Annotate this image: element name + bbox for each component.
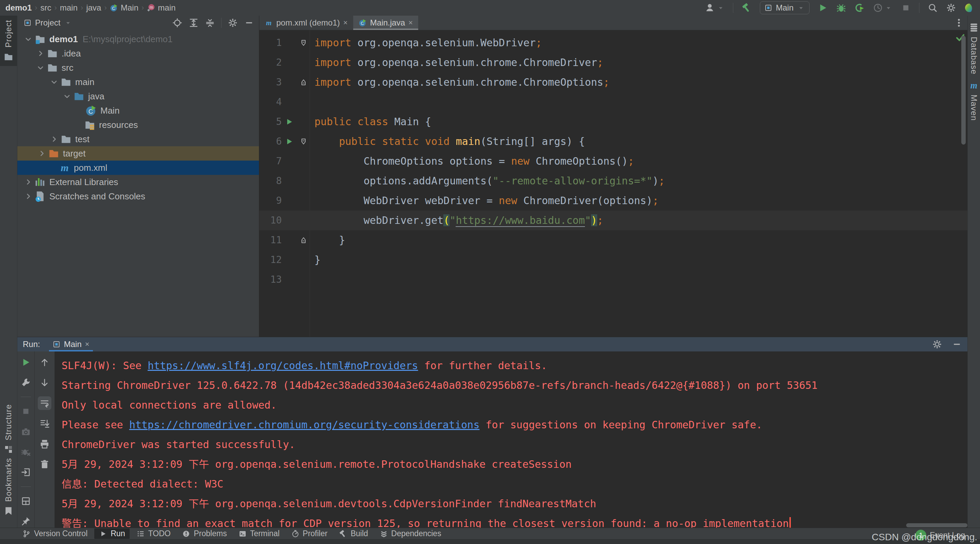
coverage-button-icon[interactable] bbox=[854, 3, 865, 13]
build-hammer-icon[interactable] bbox=[741, 3, 752, 13]
close-icon[interactable]: × bbox=[343, 18, 348, 27]
chevron-down-icon[interactable] bbox=[61, 91, 73, 102]
tree-item-resources[interactable]: resources bbox=[18, 118, 259, 132]
chevron-down-icon[interactable] bbox=[34, 63, 47, 73]
sidebar-item-bookmarks[interactable]: Bookmarks bbox=[0, 454, 17, 520]
run-gutter-icon[interactable] bbox=[285, 137, 293, 146]
code-line-10[interactable]: 10 webDriver.get("https://www.baidu.com"… bbox=[259, 211, 967, 230]
search-icon[interactable] bbox=[928, 3, 938, 13]
toolwindow-button-run[interactable]: Run bbox=[94, 528, 130, 539]
chevron-right-icon[interactable] bbox=[22, 191, 34, 201]
trash-button[interactable] bbox=[38, 458, 51, 471]
wrench-button[interactable] bbox=[19, 376, 33, 390]
code-line-8[interactable]: 8 options.addArguments("--remote-allow-o… bbox=[259, 171, 967, 191]
sidebar-item-project[interactable]: Project bbox=[0, 16, 17, 66]
rerun-button[interactable] bbox=[19, 356, 33, 369]
chevron-right-icon[interactable] bbox=[48, 134, 60, 144]
toolwindow-button-todo[interactable]: TODO bbox=[132, 528, 175, 539]
fold-marker-icon[interactable] bbox=[299, 39, 308, 47]
chevron-right-icon[interactable] bbox=[36, 148, 48, 159]
console-output[interactable]: SLF4J(W): See https://www.slf4j.org/code… bbox=[55, 352, 967, 528]
console-scrollbar[interactable] bbox=[906, 523, 967, 527]
fold-marker-icon[interactable] bbox=[299, 137, 308, 146]
project-panel-title[interactable]: Project bbox=[35, 18, 60, 27]
project-header-collapse-all-icon[interactable] bbox=[205, 18, 215, 28]
chevron-right-icon[interactable] bbox=[22, 177, 34, 187]
event-log-widget[interactable]: 1 Event Log bbox=[915, 530, 965, 541]
project-header-expand-all-icon[interactable] bbox=[189, 18, 199, 28]
user-menu[interactable] bbox=[705, 3, 725, 13]
code-line-3[interactable]: 3import org.openqa.selenium.chrome.Chrom… bbox=[259, 72, 967, 92]
run-gutter-icon[interactable] bbox=[285, 118, 293, 126]
sidebar-item-structure[interactable]: Structure bbox=[0, 400, 17, 459]
print-button[interactable] bbox=[38, 437, 51, 451]
run-tab-main[interactable]: Main × bbox=[49, 337, 93, 352]
code-line-4[interactable]: 4 bbox=[259, 92, 967, 112]
close-icon[interactable]: × bbox=[408, 18, 413, 27]
project-header-minimize-icon[interactable] bbox=[244, 18, 254, 28]
bugx-button[interactable] bbox=[19, 445, 33, 459]
code-line-13[interactable]: 13 bbox=[259, 270, 967, 289]
tree-item-main[interactable]: CMain bbox=[18, 103, 259, 118]
notification-badge[interactable]: 1 bbox=[915, 530, 926, 541]
tree-item-demo1[interactable]: demo1E:\mysqlproject\demo1 bbox=[18, 32, 259, 46]
breadcrumb-item-main[interactable]: main bbox=[60, 3, 78, 13]
code-line-1[interactable]: 1import org.openqa.selenium.WebDriver; bbox=[259, 33, 967, 53]
tree-item-src[interactable]: src bbox=[18, 60, 259, 75]
sidebar-item-database[interactable]: Database bbox=[968, 18, 980, 79]
breadcrumb-item-main[interactable]: CMain bbox=[110, 3, 138, 13]
sidebar-item-maven[interactable]: m Maven bbox=[968, 76, 980, 125]
code-editor[interactable]: 1import org.openqa.selenium.WebDriver;2i… bbox=[259, 30, 967, 337]
breadcrumb-item-java[interactable]: java bbox=[86, 3, 101, 13]
close-icon[interactable]: × bbox=[85, 340, 89, 349]
code-line-5[interactable]: 5public class Main { bbox=[259, 112, 967, 132]
grid-button[interactable] bbox=[19, 494, 33, 508]
chevron-down-icon[interactable] bbox=[48, 77, 60, 87]
toolwindow-button-problems[interactable]: Problems bbox=[177, 528, 231, 539]
tree-item-target[interactable]: target bbox=[18, 146, 259, 161]
scroll-end-button[interactable] bbox=[38, 417, 51, 430]
stop-button[interactable] bbox=[19, 404, 33, 418]
down-button[interactable] bbox=[38, 376, 51, 390]
ide-sphere-icon[interactable] bbox=[964, 3, 975, 13]
toolwindow-button-dependencies[interactable]: Dependencies bbox=[375, 528, 446, 539]
profiler-menu[interactable] bbox=[873, 3, 892, 13]
settings-gear-icon[interactable] bbox=[946, 3, 956, 13]
debug-button-icon[interactable] bbox=[836, 3, 846, 13]
tree-item-.idea[interactable]: .idea bbox=[18, 46, 259, 60]
code-line-2[interactable]: 2import org.openqa.selenium.chrome.Chrom… bbox=[259, 53, 967, 72]
code-line-12[interactable]: 12} bbox=[259, 250, 967, 270]
tree-item-scratches-and-consoles[interactable]: Scratches and Consoles bbox=[18, 189, 259, 204]
breadcrumb-item-src[interactable]: src bbox=[40, 3, 51, 13]
editor-tab-pom.xml-demo1-[interactable]: mpom.xml (demo1)× bbox=[259, 16, 353, 30]
project-header-locate-icon[interactable] bbox=[172, 18, 182, 28]
tree-item-main[interactable]: main bbox=[18, 75, 259, 89]
event-log-label[interactable]: Event Log bbox=[930, 531, 965, 540]
softwrap-button[interactable] bbox=[38, 396, 51, 410]
up-button[interactable] bbox=[38, 356, 51, 369]
project-header-gear-icon[interactable] bbox=[228, 18, 238, 28]
fold-marker-icon[interactable] bbox=[299, 236, 308, 244]
toolwindow-button-version-control[interactable]: Version Control bbox=[18, 528, 92, 539]
breadcrumb-item-demo1[interactable]: demo1 bbox=[5, 3, 32, 13]
tree-item-pom.xml[interactable]: mpom.xml bbox=[18, 161, 259, 175]
chevron-right-icon[interactable] bbox=[34, 48, 47, 59]
pin-button[interactable] bbox=[19, 514, 33, 528]
code-line-6[interactable]: 6 public static void main(String[] args)… bbox=[259, 132, 967, 151]
camera-button[interactable] bbox=[19, 425, 33, 439]
toolwindow-button-build[interactable]: Build bbox=[334, 528, 372, 539]
gear-icon[interactable] bbox=[932, 339, 942, 349]
toolwindow-button-profiler[interactable]: Profiler bbox=[286, 528, 332, 539]
tree-item-java[interactable]: java bbox=[18, 89, 259, 103]
chevron-down-icon[interactable] bbox=[22, 34, 34, 44]
fold-marker-icon[interactable] bbox=[299, 78, 308, 86]
breadcrumb-item-main[interactable]: mmain bbox=[147, 3, 176, 13]
minimize-icon[interactable] bbox=[952, 339, 962, 349]
editor-tab-main.java[interactable]: CMain.java× bbox=[353, 16, 418, 30]
console-link[interactable]: https://chromedriver.chromium.org/securi… bbox=[129, 419, 480, 431]
code-line-7[interactable]: 7 ChromeOptions options = new ChromeOpti… bbox=[259, 151, 967, 171]
editor-kebab-menu-icon[interactable] bbox=[954, 18, 964, 28]
code-line-9[interactable]: 9 WebDriver webDriver = new ChromeDriver… bbox=[259, 191, 967, 211]
run-config-select[interactable]: Main bbox=[760, 2, 810, 14]
tree-item-test[interactable]: test bbox=[18, 132, 259, 146]
